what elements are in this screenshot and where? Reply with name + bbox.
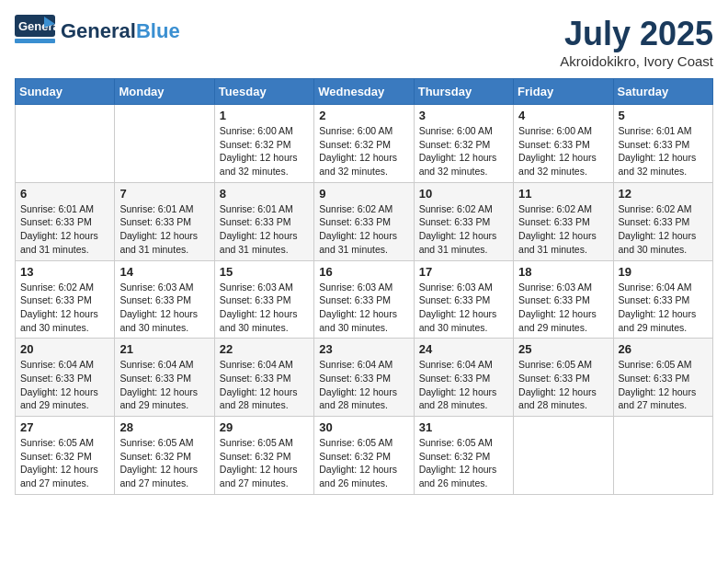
cell-sun-info: Sunrise: 6:04 AM Sunset: 6:33 PM Dayligh… — [220, 358, 309, 412]
calendar-cell: 17Sunrise: 6:03 AM Sunset: 6:33 PM Dayli… — [414, 260, 513, 339]
calendar-cell: 20Sunrise: 6:04 AM Sunset: 6:33 PM Dayli… — [16, 339, 115, 417]
day-number: 6 — [20, 187, 109, 201]
calendar-cell: 15Sunrise: 6:03 AM Sunset: 6:33 PM Dayli… — [214, 260, 313, 339]
day-number: 3 — [419, 109, 508, 122]
weekday-header-saturday: Saturday — [613, 79, 712, 105]
cell-sun-info: Sunrise: 6:03 AM Sunset: 6:33 PM Dayligh… — [319, 281, 408, 335]
day-number: 1 — [220, 109, 309, 122]
calendar-cell: 8Sunrise: 6:01 AM Sunset: 6:33 PM Daylig… — [214, 182, 313, 260]
cell-sun-info: Sunrise: 6:00 AM Sunset: 6:32 PM Dayligh… — [220, 124, 309, 178]
calendar-cell — [613, 417, 712, 495]
cell-sun-info: Sunrise: 6:05 AM Sunset: 6:32 PM Dayligh… — [220, 436, 309, 490]
day-number: 22 — [220, 342, 309, 356]
cell-sun-info: Sunrise: 6:05 AM Sunset: 6:32 PM Dayligh… — [319, 436, 408, 490]
calendar-cell: 9Sunrise: 6:02 AM Sunset: 6:33 PM Daylig… — [314, 182, 414, 260]
day-number: 26 — [619, 342, 708, 356]
calendar-cell: 3Sunrise: 6:00 AM Sunset: 6:32 PM Daylig… — [414, 105, 513, 183]
calendar-cell: 2Sunrise: 6:00 AM Sunset: 6:32 PM Daylig… — [314, 105, 414, 183]
day-number: 12 — [619, 187, 708, 201]
day-number: 5 — [619, 109, 708, 122]
cell-sun-info: Sunrise: 6:03 AM Sunset: 6:33 PM Dayligh… — [518, 281, 608, 335]
calendar-cell: 22Sunrise: 6:04 AM Sunset: 6:33 PM Dayli… — [214, 339, 313, 417]
logo-icon: General — [15, 15, 55, 48]
day-number: 28 — [119, 420, 209, 434]
day-number: 19 — [619, 265, 708, 279]
day-number: 29 — [220, 420, 309, 434]
cell-sun-info: Sunrise: 6:01 AM Sunset: 6:33 PM Dayligh… — [220, 202, 309, 257]
calendar-cell: 11Sunrise: 6:02 AM Sunset: 6:33 PM Dayli… — [514, 182, 613, 260]
calendar-cell — [514, 417, 613, 495]
day-number: 8 — [220, 187, 309, 201]
cell-sun-info: Sunrise: 6:00 AM Sunset: 6:32 PM Dayligh… — [319, 124, 408, 178]
calendar-cell: 16Sunrise: 6:03 AM Sunset: 6:33 PM Dayli… — [314, 260, 414, 339]
week-row-3: 13Sunrise: 6:02 AM Sunset: 6:33 PM Dayli… — [16, 260, 713, 339]
svg-rect-2 — [15, 39, 55, 43]
week-row-4: 20Sunrise: 6:04 AM Sunset: 6:33 PM Dayli… — [16, 339, 713, 417]
calendar-cell: 7Sunrise: 6:01 AM Sunset: 6:33 PM Daylig… — [115, 182, 214, 260]
calendar-cell: 5Sunrise: 6:01 AM Sunset: 6:33 PM Daylig… — [613, 105, 712, 183]
day-number: 20 — [20, 342, 109, 356]
day-number: 13 — [20, 265, 109, 279]
calendar-cell: 21Sunrise: 6:04 AM Sunset: 6:33 PM Dayli… — [115, 339, 214, 417]
day-number: 24 — [419, 342, 508, 356]
calendar-cell: 25Sunrise: 6:05 AM Sunset: 6:33 PM Dayli… — [514, 339, 613, 417]
day-number: 11 — [518, 187, 608, 201]
day-number: 7 — [119, 187, 209, 201]
day-number: 2 — [319, 109, 408, 122]
calendar-cell: 13Sunrise: 6:02 AM Sunset: 6:33 PM Dayli… — [16, 260, 115, 339]
calendar-cell: 10Sunrise: 6:02 AM Sunset: 6:33 PM Dayli… — [414, 182, 513, 260]
day-number: 9 — [319, 187, 408, 201]
cell-sun-info: Sunrise: 6:01 AM Sunset: 6:33 PM Dayligh… — [119, 202, 209, 257]
cell-sun-info: Sunrise: 6:05 AM Sunset: 6:33 PM Dayligh… — [518, 358, 608, 412]
day-number: 27 — [20, 420, 109, 434]
month-title: July 2025 — [560, 15, 713, 53]
calendar-cell: 6Sunrise: 6:01 AM Sunset: 6:33 PM Daylig… — [16, 182, 115, 260]
logo: General GeneralBlue — [15, 15, 180, 48]
cell-sun-info: Sunrise: 6:01 AM Sunset: 6:33 PM Dayligh… — [619, 124, 708, 178]
cell-sun-info: Sunrise: 6:02 AM Sunset: 6:33 PM Dayligh… — [419, 202, 508, 257]
day-number: 31 — [419, 420, 508, 434]
week-row-1: 1Sunrise: 6:00 AM Sunset: 6:32 PM Daylig… — [16, 105, 713, 183]
day-number: 23 — [319, 342, 408, 356]
calendar-cell — [16, 105, 115, 183]
weekday-header-wednesday: Wednesday — [314, 79, 414, 105]
cell-sun-info: Sunrise: 6:00 AM Sunset: 6:32 PM Dayligh… — [419, 124, 508, 178]
day-number: 10 — [419, 187, 508, 201]
day-number: 30 — [319, 420, 408, 434]
weekday-header-tuesday: Tuesday — [214, 79, 313, 105]
day-number: 18 — [518, 265, 608, 279]
cell-sun-info: Sunrise: 6:04 AM Sunset: 6:33 PM Dayligh… — [419, 358, 508, 412]
cell-sun-info: Sunrise: 6:04 AM Sunset: 6:33 PM Dayligh… — [619, 281, 708, 335]
cell-sun-info: Sunrise: 6:00 AM Sunset: 6:33 PM Dayligh… — [518, 124, 608, 178]
calendar-cell: 28Sunrise: 6:05 AM Sunset: 6:32 PM Dayli… — [115, 417, 214, 495]
calendar-cell: 29Sunrise: 6:05 AM Sunset: 6:32 PM Dayli… — [214, 417, 313, 495]
calendar-cell: 23Sunrise: 6:04 AM Sunset: 6:33 PM Dayli… — [314, 339, 414, 417]
calendar-table: SundayMondayTuesdayWednesdayThursdayFrid… — [15, 78, 713, 495]
week-row-5: 27Sunrise: 6:05 AM Sunset: 6:32 PM Dayli… — [16, 417, 713, 495]
weekday-header-thursday: Thursday — [414, 79, 513, 105]
cell-sun-info: Sunrise: 6:05 AM Sunset: 6:32 PM Dayligh… — [20, 436, 109, 490]
day-number: 14 — [119, 265, 209, 279]
cell-sun-info: Sunrise: 6:05 AM Sunset: 6:32 PM Dayligh… — [119, 436, 209, 490]
calendar-cell: 12Sunrise: 6:02 AM Sunset: 6:33 PM Dayli… — [613, 182, 712, 260]
day-number: 21 — [119, 342, 209, 356]
calendar-cell: 27Sunrise: 6:05 AM Sunset: 6:32 PM Dayli… — [16, 417, 115, 495]
calendar-cell: 4Sunrise: 6:00 AM Sunset: 6:33 PM Daylig… — [514, 105, 613, 183]
logo-text: GeneralBlue — [61, 21, 180, 41]
calendar-cell: 18Sunrise: 6:03 AM Sunset: 6:33 PM Dayli… — [514, 260, 613, 339]
calendar-cell: 19Sunrise: 6:04 AM Sunset: 6:33 PM Dayli… — [613, 260, 712, 339]
day-number: 25 — [518, 342, 608, 356]
weekday-header-sunday: Sunday — [16, 79, 115, 105]
day-number: 17 — [419, 265, 508, 279]
weekday-header-row: SundayMondayTuesdayWednesdayThursdayFrid… — [16, 79, 713, 105]
page-header: General GeneralBlue July 2025 Akroidokik… — [15, 15, 713, 69]
day-number: 4 — [518, 109, 608, 122]
cell-sun-info: Sunrise: 6:03 AM Sunset: 6:33 PM Dayligh… — [419, 281, 508, 335]
cell-sun-info: Sunrise: 6:03 AM Sunset: 6:33 PM Dayligh… — [119, 281, 209, 335]
weekday-header-friday: Friday — [514, 79, 613, 105]
cell-sun-info: Sunrise: 6:01 AM Sunset: 6:33 PM Dayligh… — [20, 202, 109, 257]
cell-sun-info: Sunrise: 6:04 AM Sunset: 6:33 PM Dayligh… — [319, 358, 408, 412]
week-row-2: 6Sunrise: 6:01 AM Sunset: 6:33 PM Daylig… — [16, 182, 713, 260]
calendar-cell: 31Sunrise: 6:05 AM Sunset: 6:32 PM Dayli… — [414, 417, 513, 495]
cell-sun-info: Sunrise: 6:05 AM Sunset: 6:33 PM Dayligh… — [619, 358, 708, 412]
